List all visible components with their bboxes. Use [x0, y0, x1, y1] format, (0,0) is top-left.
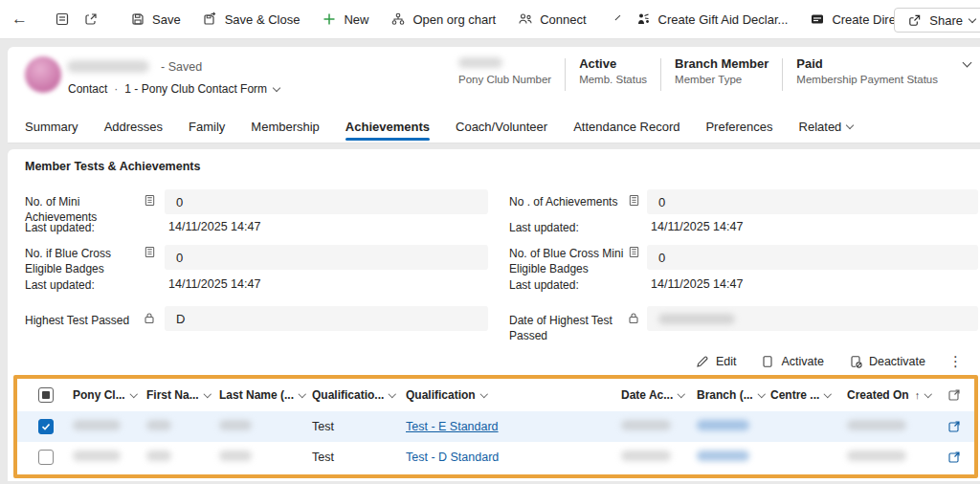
column-first-name[interactable]: First Na...: [146, 388, 219, 402]
column-pony-club[interactable]: Pony Cl...: [73, 388, 146, 402]
highest-test-input[interactable]: D: [165, 306, 488, 331]
record-header: - Saved Contact · 1 - Pony Club Contact …: [8, 47, 980, 143]
row-2-checkbox[interactable]: [38, 450, 54, 465]
command-bar: ← Save Save & Close New: [0, 0, 980, 39]
edit-button[interactable]: Edit: [688, 352, 745, 371]
header-fields: Pony Club Number Active Memb. Status Bra…: [445, 56, 951, 91]
member-type-label: Member Type: [675, 74, 768, 85]
share-button[interactable]: Share: [894, 8, 980, 33]
row-1-qualification-link[interactable]: Test - E Standard: [406, 420, 621, 433]
separator: ·: [114, 82, 118, 96]
related-chevron-icon: [846, 121, 854, 128]
saved-status: - Saved: [161, 60, 202, 74]
row-2-branch-redacted: [697, 451, 749, 461]
open-org-chart-button[interactable]: Open org chart: [386, 8, 500, 32]
tab-related[interactable]: Related: [799, 110, 854, 143]
mini-achievements-input[interactable]: 0: [165, 189, 488, 214]
column-last-name-label: Last Name (...: [219, 388, 294, 402]
tab-coach-volunteer[interactable]: Coach/Volunteer: [456, 110, 547, 143]
share-chevron-icon: [969, 14, 976, 22]
select-all-checkbox[interactable]: [38, 387, 54, 403]
blue-cross-updated-label: Last updated:: [25, 278, 95, 292]
chevron-down-icon: [924, 390, 932, 398]
pony-club-number-redacted: [458, 57, 502, 68]
header-field-pony-club-number[interactable]: Pony Club Number: [445, 56, 565, 85]
activate-button[interactable]: Activate: [753, 352, 831, 371]
tab-addresses[interactable]: Addresses: [104, 110, 163, 143]
blue-cross-mini-badges-value: 0: [658, 251, 665, 265]
subgrid-row-2[interactable]: Test Test - D Standard: [17, 442, 974, 473]
column-qualification-type[interactable]: Qualificatio...: [312, 388, 406, 402]
chevron-down-icon: [480, 390, 488, 398]
tab-membership[interactable]: Membership: [251, 110, 320, 143]
tab-attendance-record[interactable]: Attendance Record: [573, 110, 679, 143]
payment-status-label: Membership Payment Status: [796, 74, 938, 85]
connect-button[interactable]: Connect: [513, 8, 590, 32]
tab-family[interactable]: Family: [189, 110, 225, 143]
column-qualification-type-label: Qualificatio...: [312, 388, 384, 402]
row-1-checkbox[interactable]: [38, 419, 54, 434]
back-icon[interactable]: ←: [11, 10, 28, 29]
chevron-down-icon[interactable]: [614, 15, 620, 21]
achievements-input[interactable]: 0: [647, 189, 978, 214]
achievements-updated-value: 14/11/2025 14:47: [651, 220, 743, 233]
subgrid-toolbar: Edit Activate Deactivate ⋮: [688, 352, 969, 371]
row-1-open-record-icon[interactable]: [943, 420, 974, 433]
save-button[interactable]: Save: [125, 8, 185, 32]
form-tabs: Summary Addresses Family Membership Achi…: [25, 110, 853, 143]
tab-summary[interactable]: Summary: [25, 110, 78, 143]
new-button[interactable]: New: [317, 8, 372, 32]
form-selector-row: Contact · 1 - Pony Club Contact Form: [68, 82, 279, 96]
plus-icon: [321, 11, 337, 28]
column-created-on[interactable]: Created On ↑: [847, 388, 943, 402]
row-1-last-name-redacted: [219, 420, 252, 430]
header-field-memb-status[interactable]: Active Memb. Status: [566, 56, 660, 85]
header-field-payment-status[interactable]: Paid Membership Payment Status: [783, 56, 951, 85]
calculator-icon: [144, 246, 157, 259]
tab-preferences[interactable]: Preferences: [705, 110, 772, 143]
row-2-qualification-link[interactable]: Test - D Standard: [406, 451, 621, 464]
blue-cross-badges-input[interactable]: 0: [165, 245, 488, 270]
column-branch[interactable]: Branch (...: [697, 388, 770, 402]
subgrid-popout-icon[interactable]: [943, 388, 974, 402]
row-2-pony-club-redacted: [73, 451, 121, 461]
chevron-down-icon: [130, 390, 138, 398]
row-1-pony-club-redacted: [73, 420, 121, 430]
column-qualification[interactable]: Qualification: [406, 388, 621, 402]
tab-achievements[interactable]: Achievements: [345, 110, 430, 143]
chevron-down-icon: [299, 390, 306, 398]
activate-label: Activate: [781, 355, 823, 368]
form-selector-chevron-icon[interactable]: [273, 83, 280, 91]
form-switcher-icon[interactable]: [55, 11, 70, 28]
blue-cross-mini-updated-value: 14/11/2025 14:47: [651, 277, 743, 291]
member-type-value: Branch Member: [675, 56, 768, 71]
save-and-close-icon: [202, 11, 218, 28]
header-field-member-type[interactable]: Branch Member Member Type: [661, 56, 782, 85]
column-centre[interactable]: Centre ...: [770, 388, 847, 402]
create-gift-aid-button[interactable]: Create Gift Aid Declar...: [632, 8, 792, 32]
save-and-close-button[interactable]: Save & Close: [198, 8, 304, 32]
open-in-new-window-icon[interactable]: [83, 11, 99, 28]
row-2-open-record-icon[interactable]: [943, 451, 974, 464]
deactivate-button[interactable]: Deactivate: [841, 352, 933, 371]
chevron-down-icon: [678, 390, 685, 398]
lock-icon: [144, 312, 157, 325]
header-expand-chevron-icon[interactable]: [963, 58, 972, 68]
deactivate-label: Deactivate: [869, 355, 925, 368]
column-last-name[interactable]: Last Name (...: [219, 388, 312, 402]
form-selector[interactable]: 1 - Pony Club Contact Form: [124, 82, 267, 96]
share-icon: [906, 12, 923, 29]
subgrid-row-1[interactable]: Test Test - E Standard: [17, 411, 974, 442]
open-org-chart-label: Open org chart: [412, 12, 496, 27]
app-window: ← Save Save & Close New: [0, 0, 980, 484]
blue-cross-updated-value: 14/11/2025 14:47: [168, 277, 260, 291]
date-highest-test-input[interactable]: [647, 306, 978, 331]
row-1-date-achieved-redacted: [621, 420, 671, 430]
column-date-achieved[interactable]: Date Ac...: [621, 388, 697, 402]
chevron-down-icon: [204, 390, 212, 398]
mini-achievements-updated-value: 14/11/2025 14:47: [168, 220, 260, 233]
create-gift-aid-label: Create Gift Aid Declar...: [658, 12, 789, 27]
blue-cross-mini-badges-input[interactable]: 0: [647, 245, 978, 270]
subgrid-more-icon[interactable]: ⋮: [943, 353, 969, 370]
blue-cross-badges-value: 0: [176, 251, 183, 265]
